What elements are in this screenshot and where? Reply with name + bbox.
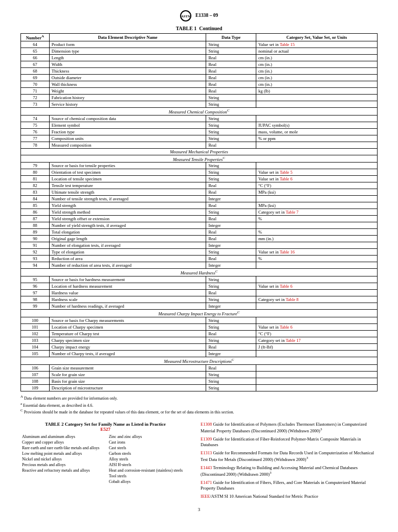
row-name: Outside diameter	[49, 74, 206, 81]
row-name: Number of elongation tests, if averaged	[49, 242, 206, 249]
row-category	[256, 262, 378, 269]
ref-id: IEEE	[201, 494, 210, 499]
row-name: Thickness	[49, 67, 206, 74]
row-category: MPa (ksi)	[256, 189, 378, 196]
row-category: Value set in Table 6	[256, 324, 378, 331]
row-type: Real	[206, 74, 256, 81]
row-category: Value set in Table 5	[256, 169, 378, 176]
table2-col2: Cast irons	[107, 440, 190, 445]
row-number: 66	[21, 54, 50, 61]
row-category: cm (in.)	[256, 74, 378, 81]
row-name: Length	[49, 54, 206, 61]
row-name: Measured composition	[49, 142, 206, 148]
row-number: 109	[21, 384, 50, 391]
row-name: Yield strength offset or extension	[49, 216, 206, 222]
row-name: Service history	[49, 101, 206, 107]
row-name: Number of tensile strength tests, if ave…	[49, 196, 206, 202]
row-type: String	[206, 296, 256, 303]
row-number: 97	[21, 290, 50, 296]
row-type: String	[206, 135, 256, 142]
row-number: 71	[21, 87, 50, 94]
table2-col1	[20, 473, 107, 479]
row-category: °C (°F)	[256, 331, 378, 337]
row-number: 93	[21, 256, 50, 262]
row-name: Location of Charpy specimen	[49, 324, 206, 331]
row-name: Element symbol	[49, 122, 206, 128]
row-category: cm (in.)	[256, 81, 378, 87]
row-name: Description of microstructure	[49, 384, 206, 391]
row-category: Category set in Table 8	[256, 296, 378, 303]
ref-id: E1443	[201, 465, 212, 470]
row-number: 86	[21, 209, 50, 216]
footnotes: A Data element numbers are provided for …	[20, 395, 378, 414]
table2-col2: Carbon steels	[107, 451, 190, 456]
row-type: String	[206, 324, 256, 331]
row-category: %	[256, 229, 378, 236]
row-category	[256, 276, 378, 283]
row-number: 87	[21, 216, 50, 222]
row-name: Charpy impact energy	[49, 344, 206, 351]
row-category	[256, 378, 378, 384]
row-number: 77	[21, 135, 50, 142]
row-number: 72	[21, 94, 50, 101]
row-type: Integer	[206, 303, 256, 310]
row-category: %	[256, 256, 378, 262]
row-name: Fraction type	[49, 128, 206, 135]
row-number: 103	[21, 337, 50, 344]
table2-col1: Copper and copper alloys	[20, 440, 107, 445]
row-name: Type of elongation	[49, 249, 206, 256]
table2-col1: Nickel and nickel alloys	[20, 456, 107, 462]
ref-id: E1313	[201, 450, 212, 455]
row-category	[256, 364, 378, 371]
row-name: Source or basis for hardness measurement	[49, 276, 206, 283]
row-name: Product form	[49, 41, 206, 48]
row-type: Real	[206, 67, 256, 74]
row-type: Real	[206, 61, 256, 67]
row-number: 83	[21, 189, 50, 196]
row-number: 96	[21, 283, 50, 290]
row-type: Real	[206, 364, 256, 371]
row-number: 64	[21, 41, 50, 48]
reference-item: E1309 Guide for Identification of Fiber-…	[201, 436, 378, 448]
page-number: 3	[20, 507, 378, 512]
row-category	[256, 242, 378, 249]
row-number: 75	[21, 122, 50, 128]
table2-container: TABLE 2 Category Set for Family Name as …	[20, 422, 190, 502]
row-number: 98	[21, 296, 50, 303]
table2-ref: E527	[100, 427, 110, 432]
row-name: Source or basis for Charpy measurements	[49, 317, 206, 324]
row-type: String	[206, 48, 256, 54]
row-category	[256, 351, 378, 357]
row-name: Source of chemical composition data	[49, 115, 206, 122]
row-number: 79	[21, 163, 50, 169]
row-category	[256, 142, 378, 148]
row-name: Tensile test temperature	[49, 182, 206, 189]
references-container: E1308 Guide for Identification of Polyme…	[201, 422, 378, 502]
row-type: Real	[206, 81, 256, 87]
row-name: Wall thickness	[49, 81, 206, 87]
row-type: Real	[206, 344, 256, 351]
row-number: 89	[21, 229, 50, 236]
row-category: MPa (ksi)	[256, 202, 378, 209]
row-type: String	[206, 41, 256, 48]
row-number: 105	[21, 351, 50, 357]
row-category	[256, 222, 378, 229]
row-number: 76	[21, 128, 50, 135]
row-type: Integer	[206, 196, 256, 202]
row-number: 73	[21, 101, 50, 107]
bottom-section: TABLE 2 Category Set for Family Name as …	[20, 422, 378, 502]
row-category: IUPAC symbol(s)	[256, 122, 378, 128]
row-name: Fabrication history	[49, 94, 206, 101]
row-name: Total elongation	[49, 229, 206, 236]
table2-col2: Alloy steels	[107, 456, 190, 462]
row-category	[256, 196, 378, 202]
table2-col2: Zinc and zinc alloys	[107, 434, 190, 440]
row-category	[256, 115, 378, 122]
row-type: Real	[206, 331, 256, 337]
row-type: Real	[206, 290, 256, 296]
ref-id: E1471	[201, 480, 212, 485]
col-name: Data Element Descriptive Name	[49, 34, 206, 41]
table2-col1: Reactive and refractory metals and alloy…	[20, 468, 107, 473]
row-category: cm (in.)	[256, 61, 378, 67]
row-category: Value set in Table 6	[256, 176, 378, 182]
